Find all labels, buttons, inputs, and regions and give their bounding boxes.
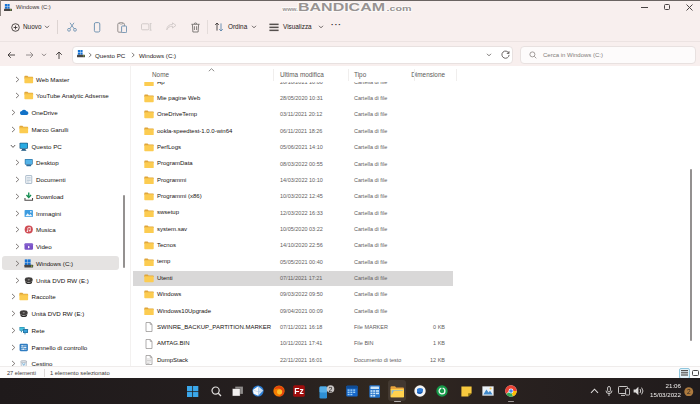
svg-text:www.: www. [282,6,299,12]
svg-text:BANDICAM: BANDICAM [298,2,385,13]
svg-text:Fz: Fz [294,386,303,396]
svg-text:.com: .com [387,3,412,12]
svg-text:2: 2 [687,388,691,395]
svg-text:2: 2 [329,385,333,392]
